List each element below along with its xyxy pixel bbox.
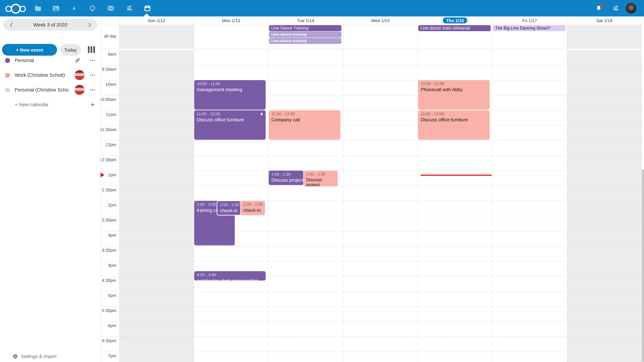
day-column-divider xyxy=(119,16,120,362)
grid-hour-line xyxy=(100,125,642,126)
allday-event[interactable]: Line dance training xyxy=(269,38,342,44)
calendar-color-dot xyxy=(5,87,10,92)
day-header-sat[interactable]: Sat 1/18 xyxy=(567,16,642,24)
allday-separator xyxy=(100,48,642,49)
sidebar-calendar-item[interactable]: Work (Christine Schott) xyxy=(0,68,100,82)
allday-event[interactable]: Line dance training xyxy=(269,31,342,37)
share-link-icon[interactable] xyxy=(74,57,81,65)
day-column-divider xyxy=(194,16,194,362)
nextcloud-logo[interactable] xyxy=(5,3,25,13)
week-label[interactable]: Week 3 of 2020 xyxy=(19,19,82,30)
grid-hour-line xyxy=(100,110,642,111)
grid-hour-line xyxy=(100,306,642,307)
event[interactable]: 4:20 - 4:40purchasing dept conversation xyxy=(194,271,266,281)
grid-hour-line xyxy=(100,261,642,261)
day-column-divider xyxy=(343,16,343,362)
event-time: 10:00 - 11:00 xyxy=(421,81,487,86)
event[interactable]: 1:00 - 1:30Discuss project announcement xyxy=(269,171,304,185)
grid-hour-line xyxy=(100,95,642,95)
next-week-button[interactable] xyxy=(82,19,97,30)
grid-hour-line xyxy=(100,156,642,156)
event-time: 4:20 - 4:40 xyxy=(197,273,263,278)
previous-week-button[interactable] xyxy=(3,19,19,30)
calendar-menu-button[interactable] xyxy=(88,57,96,64)
plus-icon[interactable] xyxy=(88,101,96,108)
settings-and-import[interactable]: Settings & import xyxy=(0,349,100,362)
calendar-color-dot xyxy=(5,58,10,63)
sidebar-calendar-item[interactable]: Personal xyxy=(0,53,100,68)
user-avatar[interactable] xyxy=(626,3,636,13)
grid-hour-line xyxy=(100,171,642,171)
event-title: Phonecall with Abby xyxy=(421,87,487,92)
day-header-tue[interactable]: Tue 1/14 xyxy=(268,16,343,24)
notification-badge xyxy=(600,4,604,7)
event[interactable]: 11:00 - 12:00Discuss office furniture xyxy=(418,110,490,140)
day-header-thu[interactable]: Thu 1/16 xyxy=(418,16,492,24)
current-time-line xyxy=(421,175,492,175)
event-title: Discuss project announcement xyxy=(306,177,335,186)
event-time: 2:00 - 2:30 xyxy=(220,202,238,207)
day-header-fri[interactable]: Fri 1/17 xyxy=(492,16,567,24)
event-title: Discuss office furniture xyxy=(421,117,487,122)
grid-hour-line xyxy=(100,140,642,141)
event-title: Discuss project announcement xyxy=(271,177,301,183)
grid-hour-line xyxy=(100,246,642,246)
event-time: 11:00 - 12:00 xyxy=(421,112,487,117)
day-column-divider xyxy=(492,16,493,362)
mail-app-icon[interactable] xyxy=(106,0,115,16)
event-time: 1:00 - 1:30 xyxy=(306,172,335,177)
grid-hour-line xyxy=(100,291,642,292)
nextcloud-calendar-app: Week 3 of 2020 + New event Today Persona… xyxy=(0,0,644,362)
grid-hour-line xyxy=(100,50,642,50)
event[interactable]: 10:00 - 11:00management meeting xyxy=(194,80,266,110)
calendar-menu-button[interactable] xyxy=(88,86,96,93)
allday-event[interactable]: Line Dance Training xyxy=(269,25,342,31)
event[interactable]: 10:00 - 11:00Phonecall with Abby xyxy=(418,80,490,110)
event-title: Discuss office furniture xyxy=(197,117,263,122)
event[interactable]: 11:00 - 12:00Discuss office furniture xyxy=(194,110,266,140)
day-column-divider xyxy=(268,16,269,362)
day-header-wed[interactable]: Wed 1/15 xyxy=(343,16,418,24)
day-header-mon[interactable]: Mon 1/13 xyxy=(194,16,268,24)
grid-hour-line xyxy=(100,231,642,231)
allday-event[interactable]: The Big Line Dancing Show!!! xyxy=(493,25,566,31)
contacts-menu-icon[interactable] xyxy=(611,0,620,16)
event-time: 1:00 - 1:30 xyxy=(271,172,301,177)
grid-hour-line xyxy=(100,216,642,216)
event[interactable]: 11:00 - 12:00Company call xyxy=(269,110,340,140)
event[interactable]: 1:00 - 1:30Discuss project announcement xyxy=(304,171,338,186)
event-title: purchasing dept conversation xyxy=(197,278,263,281)
contacts-app-icon[interactable] xyxy=(125,0,134,16)
activity-app-icon[interactable] xyxy=(70,0,79,16)
shared-by-avatar-wrap xyxy=(74,85,84,95)
event-title: check-in xyxy=(220,208,238,213)
calendar-menu-button[interactable] xyxy=(88,71,96,79)
shared-by-avatar xyxy=(74,85,84,95)
grid-hour-line xyxy=(100,276,642,277)
settings-label: Settings & import xyxy=(21,349,56,362)
notifications-bell-icon[interactable] xyxy=(594,0,603,16)
allday-event[interactable]: Line dance main rehearsal xyxy=(418,25,491,31)
weekend-stripe xyxy=(567,24,642,48)
event[interactable]: 2:00 - 2:30check-in xyxy=(217,201,241,215)
event[interactable]: 2:00 - 2:30check-in xyxy=(241,201,265,215)
day-column-divider xyxy=(567,16,567,362)
new-calendar-button[interactable]: + New calendar xyxy=(0,97,100,112)
event-time: 11:00 - 12:00 xyxy=(197,112,263,117)
week-view-toggle-icon[interactable] xyxy=(88,46,95,53)
event-title: management meeting xyxy=(197,87,263,92)
photos-app-icon[interactable] xyxy=(52,0,60,16)
grid-hour-line xyxy=(100,337,642,337)
day-header-sun[interactable]: Sun 1/12 xyxy=(119,16,194,24)
weekend-stripe xyxy=(567,50,642,362)
talk-app-icon[interactable] xyxy=(88,0,97,16)
event-time: 11:00 - 12:00 xyxy=(271,112,338,117)
today-pill: Thu 1/16 xyxy=(443,17,467,23)
files-app-icon[interactable] xyxy=(34,0,42,16)
shared-by-avatar-wrap xyxy=(74,70,84,80)
grid-hour-line xyxy=(100,352,642,352)
event-time: 10:00 - 11:00 xyxy=(197,81,263,86)
scrollbar-thumb[interactable] xyxy=(642,169,644,362)
sidebar-calendar-item[interactable]: Personal (Christine Scho... xyxy=(0,82,100,97)
calendar-name: Work (Christine Schott) xyxy=(15,68,65,82)
